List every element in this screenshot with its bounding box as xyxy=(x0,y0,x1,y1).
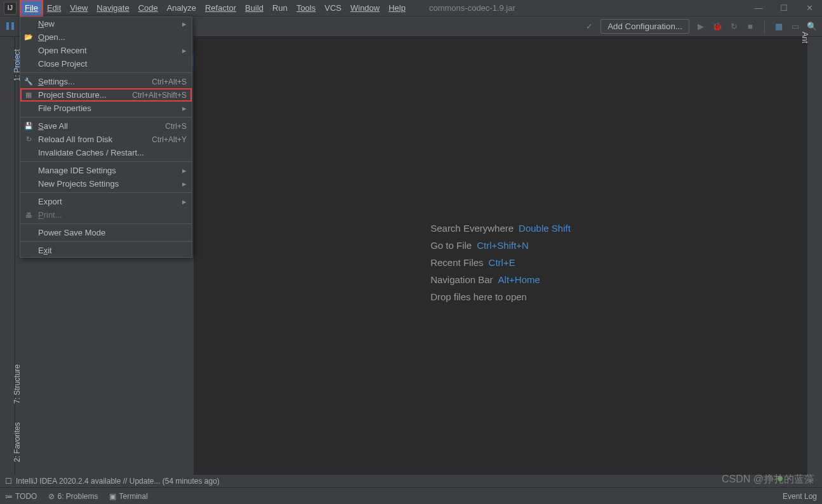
menu-file[interactable]: File xyxy=(20,0,43,17)
file-menu-reload-all-from-disk[interactable]: ↻Reload All from DiskCtrl+Alt+Y xyxy=(20,133,192,146)
file-menu-print: 🖶Print... xyxy=(20,208,192,222)
file-menu-invalidate-caches-restart[interactable]: Invalidate Caches / Restart... xyxy=(20,146,192,159)
folder-open-icon: 📂 xyxy=(24,33,33,41)
welcome-navbar-key: Alt+Home xyxy=(498,274,540,285)
menu-item-label: Open... xyxy=(38,32,65,42)
file-menu-settings[interactable]: 🔧Settings...Ctrl+Alt+S xyxy=(20,75,192,88)
run-icon[interactable]: ▶ xyxy=(696,22,706,31)
stop-icon[interactable]: ■ xyxy=(745,22,755,31)
message-bar: ☐ IntelliJ IDEA 2020.2.4 available // Up… xyxy=(0,475,822,487)
menu-item-label: Project Structure... xyxy=(38,90,107,100)
file-menu-new[interactable]: New▸ xyxy=(20,17,192,30)
notification-badge xyxy=(778,476,783,481)
project-structure-icon: ▦ xyxy=(24,91,33,99)
svg-rect-0 xyxy=(6,22,9,30)
menubar: IJ File Edit View Navigate Code Analyze … xyxy=(0,0,822,17)
welcome-search-key: Double Shift xyxy=(519,223,571,234)
status-terminal[interactable]: ▣Terminal xyxy=(109,492,147,501)
menu-code[interactable]: Code xyxy=(134,0,162,17)
submenu-arrow-icon: ▸ xyxy=(182,46,187,55)
status-bar: ≔TODO ⊘6: Problems ▣Terminal Event Log xyxy=(0,487,822,504)
status-todo[interactable]: ≔TODO xyxy=(5,492,37,501)
menu-refactor[interactable]: Refactor xyxy=(201,0,241,17)
welcome-drop-label: Drop files here to open xyxy=(430,291,527,302)
welcome-navbar-label: Navigation Bar xyxy=(430,274,493,285)
file-menu-open-recent[interactable]: Open Recent▸ xyxy=(20,44,192,57)
submenu-arrow-icon: ▸ xyxy=(182,166,187,175)
file-menu-close-project[interactable]: Close Project xyxy=(20,57,192,70)
menu-item-label: Invalidate Caches / Restart... xyxy=(38,148,144,157)
menu-window[interactable]: Window xyxy=(346,0,384,17)
tool-tab-structure[interactable]: 7: Structure xyxy=(13,364,22,404)
menu-analyze[interactable]: Analyze xyxy=(162,0,201,17)
menu-item-label: Reload All from Disk xyxy=(38,135,112,144)
menu-item-label: File Properties xyxy=(38,103,91,113)
menu-build[interactable]: Build xyxy=(241,0,268,17)
status-problems[interactable]: ⊘6: Problems xyxy=(48,492,98,501)
right-tool-gutter: Ant xyxy=(807,37,822,487)
app-logo: IJ xyxy=(4,2,17,15)
menu-vcs[interactable]: VCS xyxy=(320,0,346,17)
file-menu-manage-ide-settings[interactable]: Manage IDE Settings▸ xyxy=(20,164,192,177)
menu-item-label: Open Recent xyxy=(38,46,87,55)
reload-icon: ↻ xyxy=(24,135,33,143)
submenu-arrow-icon: ▸ xyxy=(182,179,187,189)
debug-icon[interactable]: 🐞 xyxy=(712,22,722,31)
menu-separator xyxy=(20,161,192,162)
info-icon: ☐ xyxy=(5,477,12,486)
menu-view[interactable]: View xyxy=(65,0,92,17)
file-menu-export[interactable]: Export▸ xyxy=(20,195,192,208)
status-event-log[interactable]: Event Log xyxy=(783,492,817,501)
file-menu-new-projects-settings[interactable]: New Projects Settings▸ xyxy=(20,177,192,190)
search-icon[interactable]: 🔍 xyxy=(807,22,817,31)
tool-tab-ant[interactable]: Ant xyxy=(800,32,809,43)
menu-shortcut: Ctrl+Alt+Shift+S xyxy=(132,91,187,100)
menu-item-label: Power Save Mode xyxy=(38,228,105,237)
file-menu-exit[interactable]: Exit xyxy=(20,244,192,257)
tool-tab-favorites[interactable]: 2: Favorites xyxy=(13,422,22,462)
menu-tools[interactable]: Tools xyxy=(292,0,320,17)
window-minimize-button[interactable]: — xyxy=(746,0,771,17)
file-menu-file-properties[interactable]: File Properties▸ xyxy=(20,102,192,115)
menu-edit[interactable]: Edit xyxy=(43,0,65,17)
project-structure-icon[interactable]: ▦ xyxy=(774,22,784,31)
menu-item-label: Settings... xyxy=(38,77,75,86)
coverage-icon[interactable]: ↻ xyxy=(729,22,739,31)
module-icon xyxy=(5,21,17,32)
menu-run[interactable]: Run xyxy=(268,0,292,17)
add-configuration-button[interactable]: Add Configuration... xyxy=(600,19,689,34)
build-icon[interactable]: ✓ xyxy=(584,22,594,31)
menu-item-label: Save All xyxy=(38,121,68,131)
submenu-arrow-icon: ▸ xyxy=(182,197,187,206)
menu-help[interactable]: Help xyxy=(384,0,410,17)
submenu-arrow-icon: ▸ xyxy=(182,19,187,29)
file-menu-save-all[interactable]: 💾Save AllCtrl+S xyxy=(20,119,192,133)
menu-item-label: Close Project xyxy=(38,59,87,69)
save-icon: 💾 xyxy=(24,122,33,130)
print-icon: 🖶 xyxy=(24,211,33,219)
wrench-icon: 🔧 xyxy=(24,77,33,86)
welcome-goto-key: Ctrl+Shift+N xyxy=(477,240,529,251)
welcome-goto-label: Go to File xyxy=(430,240,472,251)
window-close-button[interactable]: ✕ xyxy=(797,0,822,17)
window-maximize-button[interactable]: ☐ xyxy=(771,0,797,17)
file-menu-project-structure[interactable]: ▦Project Structure...Ctrl+Alt+Shift+S xyxy=(20,88,192,102)
menu-shortcut: Ctrl+S xyxy=(165,122,187,131)
menu-item-label: New xyxy=(38,19,55,29)
welcome-search-label: Search Everywhere xyxy=(430,223,514,234)
menu-item-label: Print... xyxy=(38,210,62,220)
menu-shortcut: Ctrl+Alt+S xyxy=(152,77,187,86)
file-menu-dropdown: New▸📂Open...Open Recent▸Close Project🔧Se… xyxy=(20,17,192,258)
update-message[interactable]: IntelliJ IDEA 2020.2.4 available // Upda… xyxy=(16,477,220,486)
window-title: commons-codec-1.9.jar xyxy=(429,3,515,13)
menu-separator xyxy=(20,192,192,193)
submenu-arrow-icon: ▸ xyxy=(182,103,187,113)
menu-item-label: Exit xyxy=(38,246,52,255)
menu-navigate[interactable]: Navigate xyxy=(92,0,133,17)
file-menu-open[interactable]: 📂Open... xyxy=(20,30,192,44)
show-toolbar-icon[interactable]: ▭ xyxy=(790,22,800,31)
menu-separator xyxy=(20,117,192,117)
menu-separator xyxy=(20,223,192,224)
menu-item-label: Export xyxy=(38,197,62,206)
file-menu-power-save-mode[interactable]: Power Save Mode xyxy=(20,226,192,239)
